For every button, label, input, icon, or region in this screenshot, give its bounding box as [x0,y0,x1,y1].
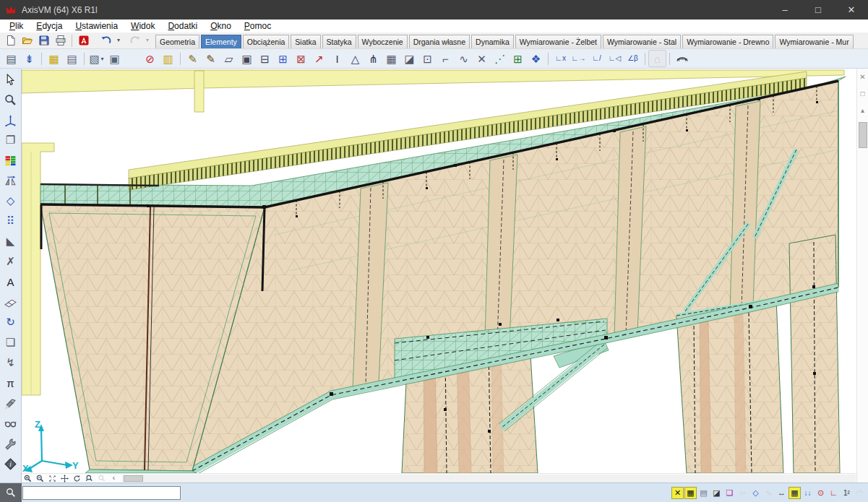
mesh-refine-icon[interactable]: ⠿ [1,211,20,231]
model-viewport[interactable]: Z X Y ‹ [22,69,856,482]
vertical-scrollbar-thumb[interactable] [859,122,867,148]
draw-line-icon[interactable]: ✎ [202,50,220,67]
delete-icon[interactable]: ✗ [1,251,20,272]
display-options-icon[interactable] [1,413,20,433]
viewport-restore-button[interactable]: □ [858,87,868,99]
domain-extrude-icon[interactable]: ⊞ [274,50,292,67]
logical-parts-icon[interactable]: ❏ [723,487,736,499]
rigid-body-icon[interactable]: ❖ [527,50,545,67]
tab-obciazenia[interactable]: Obciążenia [243,35,290,48]
report-maker-icon[interactable]: ▤ [63,50,81,67]
pan-icon[interactable] [59,474,71,482]
dof-slash-icon[interactable]: ∟/ [588,50,606,67]
tab-wyboczenie[interactable]: Wyboczenie [358,35,408,48]
save-icon[interactable] [35,33,52,48]
mesh-display-icon[interactable]: ▦ [788,487,801,499]
beam-element-icon[interactable]: I [328,50,346,67]
tab-wymiarowanie-mur[interactable]: Wymiarowanie - Mur [775,35,853,48]
menu-pomoc[interactable]: Pomoc [238,21,278,31]
rib-icon[interactable]: ⌐ [437,50,455,67]
print-icon[interactable] [52,33,69,48]
maximize-button[interactable]: □ [802,0,835,20]
cursor-grid-icon[interactable]: ▦ [684,487,697,499]
bridge-module-icon[interactable] [673,50,691,67]
spring-icon[interactable]: ∿ [455,50,473,67]
zoom-icon[interactable] [1,90,20,110]
info-icon[interactable]: i [1,454,20,474]
geometry-tools-icon[interactable]: ◇ [1,191,20,211]
vertical-scrollbar[interactable]: ✕ □ ▴ [856,69,868,482]
domain-section-icon[interactable]: ⊟ [256,50,274,67]
workplanes-icon[interactable]: ❐ [1,130,20,150]
zoom-fit-icon[interactable] [46,474,59,482]
search-button[interactable] [0,483,22,502]
layers-icon[interactable]: ▤ [2,50,20,67]
tab-statyka[interactable]: Statyka [322,35,356,48]
color-coding-icon[interactable] [1,150,20,170]
menu-widok[interactable]: Widok [124,21,161,31]
tab-dynamika[interactable]: Dynamika [471,35,514,48]
scroll-up-button[interactable]: ▴ [858,104,868,116]
collapse-icon[interactable]: ‹ [108,474,120,482]
node-link-icon[interactable]: ✕ [473,50,491,67]
render-view-icon[interactable]: ▣ [106,50,124,67]
zoom-out-icon[interactable] [34,474,46,482]
tab-elementy[interactable]: Elementy [201,35,241,48]
dof-x-icon[interactable]: ∟x [551,50,570,67]
domain-icon[interactable]: ▱ [220,50,238,67]
tab-siatka[interactable]: Siatka [291,35,320,48]
dof-status-icon[interactable]: ↔ [775,487,788,499]
settings-icon[interactable] [1,433,20,454]
virtual-beam-icon[interactable]: π [1,373,20,393]
renumber-icon[interactable]: ↻ [1,312,20,332]
view-undo-icon[interactable] [83,474,95,482]
draw-node-icon[interactable]: ✎ [184,50,202,67]
menu-okno[interactable]: Okno [204,21,238,31]
pdf-icon[interactable] [75,33,92,48]
minimize-button[interactable]: – [768,0,802,20]
storey-level-icon[interactable]: ⇟ [20,50,38,67]
views-icon[interactable] [1,110,20,130]
domain-extrude-solid-icon[interactable]: ⊠ [292,50,310,67]
domain-ops-icon[interactable]: ❏ [1,332,20,352]
menu-ustawienia[interactable]: Ustawienia [69,21,124,31]
menu-plik[interactable]: Plik [3,21,30,31]
layer-manager-caret-icon[interactable]: ▾ [101,56,104,62]
tables-icon[interactable]: ▦ [45,50,63,67]
edit-layers-icon[interactable] [1,292,20,312]
wall-height-icon[interactable]: ▥ [159,50,177,67]
cursor-intersection-icon[interactable]: ✕ [671,487,684,499]
horizontal-scrollbar[interactable] [122,475,856,482]
horizontal-scrollbar-thumb[interactable] [124,475,143,482]
line-support-icon[interactable]: ⋔ [364,50,382,67]
menu-dodatki[interactable]: Dodatki [161,21,204,31]
local-axes-display-icon[interactable]: ∟ [828,487,840,499]
numbering-icon[interactable]: 1² [841,487,853,499]
open-icon[interactable] [19,33,35,48]
viewport-close-button[interactable]: ✕ [858,71,868,82]
load-display-icon[interactable]: ↓↓ [802,487,814,499]
tab-geometria[interactable]: Geometria [155,35,199,48]
edge-hinge-icon[interactable]: ⊡ [418,50,437,67]
local-systems-icon[interactable]: ◇ [749,487,762,499]
coordinate-window-icon[interactable]: ▤ [697,487,710,499]
selection-icon[interactable] [1,69,20,90]
domain-hole-icon[interactable]: ▣ [238,50,256,67]
tab-wymiarowanie-stal[interactable]: Wymiarowanie - Stal [603,35,681,48]
search-input[interactable] [22,486,181,500]
layer-manager-icon[interactable]: ▧▾ [87,50,106,67]
dof-arrow-icon[interactable]: ∟→ [570,50,588,67]
geometry-check-icon[interactable]: ◣ [1,231,20,251]
polyline-icon[interactable]: ↯ [1,352,20,373]
dof-triangle-icon[interactable]: ∟◁ [606,50,624,67]
surface-support-icon[interactable]: ▦ [382,50,400,67]
transformations-icon[interactable] [1,170,20,191]
zoom-in-icon[interactable] [22,474,34,482]
support-icon[interactable]: △ [346,50,364,67]
mesh-icon[interactable]: ⊞ [509,50,527,67]
new-icon[interactable] [2,33,19,48]
tab-wymiarowanie-drewno[interactable]: Wymiarowanie - Drewno [682,35,773,48]
line-element-icon[interactable]: ↗ [310,50,328,67]
tab-wymiarowanie-zelbet[interactable]: Wymiarowanie - Żelbet [515,35,601,48]
tab-drgania-wlasne[interactable]: Drgania własne [409,35,470,48]
